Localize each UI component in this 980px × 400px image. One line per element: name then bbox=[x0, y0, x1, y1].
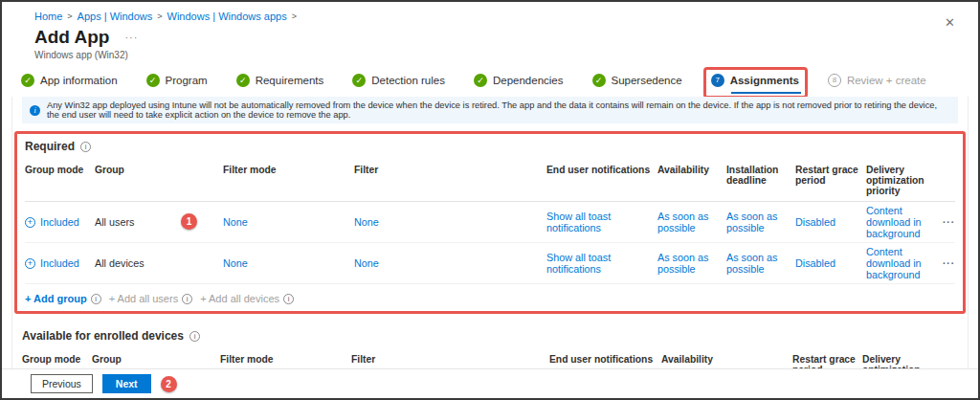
row-context-menu-icon[interactable]: ··· bbox=[940, 217, 955, 228]
step-program[interactable]: ✓ Program bbox=[146, 74, 208, 87]
col-filter-mode: Filter mode bbox=[223, 165, 354, 196]
info-icon[interactable]: i bbox=[91, 294, 101, 304]
filter-link[interactable]: None bbox=[354, 216, 546, 228]
required-table-body: + Included All users None None Show all … bbox=[25, 202, 955, 284]
check-icon: ✓ bbox=[592, 74, 606, 87]
annotation-box-required: Required i Group mode Group Filter mode … bbox=[14, 131, 966, 314]
check-icon: ✓ bbox=[474, 74, 487, 87]
delivery-optimization-link[interactable]: Content download in background bbox=[866, 205, 940, 239]
step-app-information[interactable]: ✓ App information bbox=[21, 74, 118, 87]
step-requirements[interactable]: ✓ Requirements bbox=[236, 74, 324, 87]
required-add-links: + Add group i + Add all users i + Add al… bbox=[25, 293, 955, 304]
step-label: Program bbox=[166, 75, 208, 86]
availability-link[interactable]: As soon as possible bbox=[657, 252, 726, 275]
info-icon: i bbox=[30, 105, 40, 116]
availability-link[interactable]: As soon as possible bbox=[657, 211, 726, 233]
step-supersedence[interactable]: ✓ Supersedence bbox=[592, 74, 682, 87]
col-restart-grace-period: Restart grace period bbox=[795, 165, 866, 196]
previous-button[interactable]: Previous bbox=[31, 374, 93, 393]
check-icon: ✓ bbox=[21, 74, 34, 87]
page-subtitle: Windows app (Win32) bbox=[34, 50, 963, 60]
info-banner-text: Any Win32 app deployed using Intune will… bbox=[47, 100, 950, 120]
table-row-all-users: + Included All users None None Show all … bbox=[25, 202, 955, 243]
info-icon[interactable]: i bbox=[182, 294, 192, 304]
step-number-icon: 8 bbox=[828, 74, 841, 87]
group-mode-link[interactable]: + Included bbox=[25, 216, 95, 228]
section-title-text: Required bbox=[25, 140, 75, 153]
overflow-menu-icon[interactable]: ··· bbox=[124, 32, 138, 43]
add-app-window: Home > Apps | Windows > Windows | Window… bbox=[0, 0, 980, 400]
installation-deadline-link[interactable]: As soon as possible bbox=[726, 211, 795, 233]
breadcrumb-separator-icon: > bbox=[292, 11, 297, 21]
step-label: Assignments bbox=[730, 75, 799, 86]
check-icon: ✓ bbox=[146, 74, 160, 87]
step-review-create[interactable]: 8 Review + create bbox=[828, 74, 926, 87]
col-end-user-notifications: End user notifications bbox=[546, 165, 657, 196]
check-icon: ✓ bbox=[352, 74, 366, 87]
col-group-mode: Group mode bbox=[25, 165, 95, 196]
step-label: Detection rules bbox=[371, 75, 445, 86]
filter-mode-link[interactable]: None bbox=[223, 216, 354, 228]
close-icon[interactable]: ✕ bbox=[945, 16, 955, 29]
annotation-badge-2: 2 bbox=[161, 376, 177, 392]
restart-grace-period-link[interactable]: Disabled bbox=[795, 216, 866, 228]
plus-circle-icon: + bbox=[25, 258, 35, 269]
annotation-badge-1: 1 bbox=[181, 213, 197, 230]
step-label: App information bbox=[40, 75, 118, 86]
step-assignments[interactable]: 7 Assignments bbox=[711, 74, 799, 87]
page-title: Add App bbox=[34, 27, 109, 48]
add-all-devices-link[interactable]: + Add all devices bbox=[200, 293, 279, 304]
next-button[interactable]: Next bbox=[102, 374, 151, 393]
page-header: Home > Apps | Windows > Windows | Window… bbox=[2, 2, 978, 60]
col-availability: Availability bbox=[657, 165, 726, 196]
filter-link[interactable]: None bbox=[354, 257, 546, 269]
add-group-link[interactable]: + Add group bbox=[25, 293, 87, 304]
check-icon: ✓ bbox=[236, 74, 250, 87]
step-label: Requirements bbox=[256, 75, 324, 86]
breadcrumb-home[interactable]: Home bbox=[34, 11, 62, 22]
required-table-header: Group mode Group Filter mode Filter End … bbox=[25, 153, 955, 202]
col-filter: Filter bbox=[354, 165, 546, 196]
section-title-text: Available for enrolled devices bbox=[22, 329, 184, 343]
group-mode-text: Included bbox=[40, 257, 79, 269]
info-icon[interactable]: i bbox=[283, 294, 294, 304]
row-context-menu-icon[interactable]: ··· bbox=[940, 258, 955, 269]
col-delivery-optimization-priority: Delivery optimization priority bbox=[866, 165, 940, 196]
group-mode-text: Included bbox=[40, 216, 79, 228]
plus-circle-icon: + bbox=[25, 217, 35, 228]
filter-mode-link[interactable]: None bbox=[223, 257, 354, 269]
group-cell: All users bbox=[95, 216, 223, 228]
step-number-icon: 7 bbox=[711, 74, 724, 87]
step-label: Dependencies bbox=[493, 75, 564, 86]
end-user-notifications-link[interactable]: Show all toast notifications bbox=[546, 252, 657, 275]
restart-grace-period-link[interactable]: Disabled bbox=[795, 257, 866, 269]
step-label: Review + create bbox=[847, 75, 926, 86]
available-section-title: Available for enrolled devices i bbox=[22, 329, 958, 343]
group-cell: All devices bbox=[95, 257, 223, 269]
required-section-title: Required i bbox=[25, 140, 955, 153]
installation-deadline-link[interactable]: As soon as possible bbox=[726, 252, 795, 275]
table-row-all-devices: + Included All devices None None Show al… bbox=[25, 243, 955, 284]
info-icon[interactable]: i bbox=[189, 331, 200, 342]
info-icon[interactable]: i bbox=[80, 142, 91, 152]
breadcrumb-apps-windows[interactable]: Apps | Windows bbox=[78, 11, 153, 22]
delivery-optimization-link[interactable]: Content download in background bbox=[866, 246, 940, 280]
step-dependencies[interactable]: ✓ Dependencies bbox=[474, 74, 564, 87]
assignments-content: i Any Win32 app deployed using Intune wi… bbox=[11, 97, 969, 400]
breadcrumb-separator-icon: > bbox=[67, 11, 72, 21]
col-installation-deadline: Installation deadline bbox=[726, 165, 795, 196]
breadcrumb-windows-apps[interactable]: Windows | Windows apps bbox=[167, 11, 287, 22]
breadcrumb-separator-icon: > bbox=[157, 11, 162, 21]
group-mode-link[interactable]: + Included bbox=[25, 257, 95, 269]
wizard-steps: ✓ App information ✓ Program ✓ Requiremen… bbox=[2, 60, 978, 87]
add-all-users-link[interactable]: + Add all users bbox=[109, 293, 178, 304]
step-label: Supersedence bbox=[612, 75, 682, 86]
wizard-footer: Previous Next 2 bbox=[2, 368, 978, 398]
step-detection-rules[interactable]: ✓ Detection rules bbox=[352, 74, 445, 87]
info-banner: i Any Win32 app deployed using Intune wi… bbox=[22, 97, 958, 123]
breadcrumb: Home > Apps | Windows > Windows | Window… bbox=[34, 11, 963, 22]
end-user-notifications-link[interactable]: Show all toast notifications bbox=[546, 211, 657, 233]
col-group: Group bbox=[95, 165, 223, 196]
